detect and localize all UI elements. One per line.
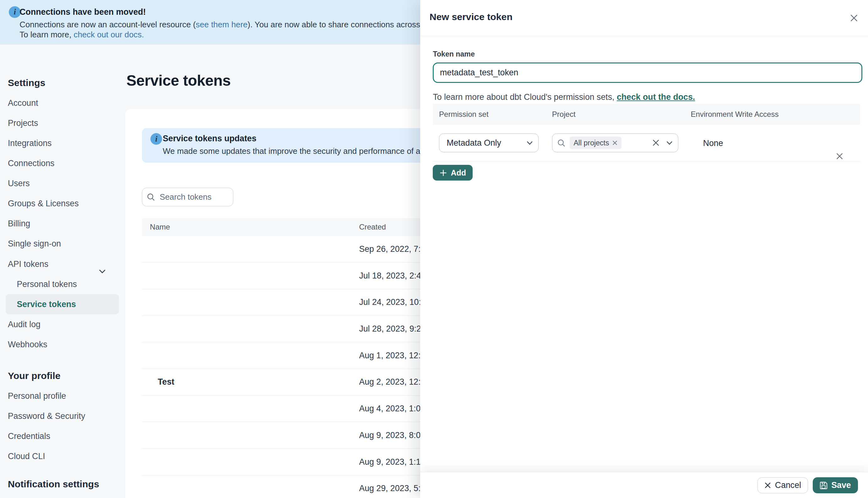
sidebar-heading-settings: Settings — [0, 73, 125, 93]
sidebar-heading-notification-settings: Notification settings — [0, 474, 125, 494]
column-header-name: Name — [142, 223, 359, 232]
environment-write-access-value: None — [703, 139, 723, 148]
cancel-button[interactable]: Cancel — [758, 477, 808, 494]
save-button[interactable]: Save — [813, 477, 858, 494]
permission-set-select[interactable]: Metadata Only — [439, 133, 539, 153]
all-projects-chip: All projects — [570, 136, 621, 149]
remove-chip-icon[interactable] — [613, 140, 617, 145]
banner-text: Connections are now an account-level res… — [19, 20, 196, 29]
search-icon — [147, 193, 155, 201]
project-multiselect[interactable]: All projects — [552, 133, 679, 153]
sidebar-item-groups-licenses[interactable]: Groups & Licenses — [0, 194, 125, 213]
clear-selection-icon[interactable] — [652, 139, 659, 146]
plus-icon — [440, 169, 447, 176]
sidebar-item-personal-tokens[interactable]: Personal tokens — [0, 274, 125, 294]
sidebar-item-integrations[interactable]: Integrations — [0, 133, 125, 153]
token-name-input[interactable] — [433, 63, 862, 82]
chevron-down-icon — [666, 141, 673, 145]
sidebar-item-webhooks[interactable]: Webhooks — [0, 335, 125, 354]
panel-footer: Cancel Save — [420, 472, 868, 498]
sidebar-item-single-sign-on[interactable]: Single sign-on — [0, 234, 125, 254]
permissions-table: Permission set Project Environment Write… — [433, 104, 860, 161]
banner-body-line2: To learn more, check out our docs. — [19, 30, 144, 39]
cancel-button-label: Cancel — [775, 481, 801, 490]
banner-title: Connections have been moved! — [19, 7, 146, 17]
check-out-docs-link[interactable]: check out the docs. — [617, 92, 695, 102]
save-button-label: Save — [831, 481, 851, 490]
sidebar-item-billing[interactable]: Billing — [0, 213, 125, 234]
sidebar-item-credentials[interactable]: Credentials — [0, 426, 125, 446]
permissions-table-header: Permission set Project Environment Write… — [433, 104, 860, 124]
permission-docs-line: To learn more about dbt Cloud's permissi… — [433, 92, 695, 102]
info-icon: i — [9, 6, 21, 18]
remove-row-icon[interactable] — [834, 151, 844, 161]
permission-set-value: Metadata Only — [447, 138, 501, 148]
column-header-environment-write-access: Environment Write Access — [691, 110, 860, 119]
token-name-label: Token name — [433, 50, 474, 58]
docs-line-text: To learn more about dbt Cloud's permissi… — [433, 92, 616, 102]
save-disk-icon — [820, 481, 828, 489]
sidebar-item-users[interactable]: Users — [0, 173, 125, 194]
panel-header: New service token — [420, 0, 868, 36]
sidebar-item-audit-log[interactable]: Audit log — [0, 314, 125, 335]
sidebar-item-connections[interactable]: Connections — [0, 153, 125, 173]
add-button-label: Add — [451, 168, 466, 178]
sidebar-item-cloud-cli[interactable]: Cloud CLI — [0, 446, 125, 466]
search-icon — [557, 139, 565, 147]
chevron-down-icon — [527, 141, 533, 145]
sidebar-item-projects[interactable]: Projects — [0, 113, 125, 133]
info-icon: i — [150, 133, 162, 145]
token-name-cell: Test — [150, 377, 174, 386]
column-header-permission-set: Permission set — [433, 110, 552, 119]
add-permission-button[interactable]: Add — [433, 165, 473, 181]
sidebar-item-personal-profile[interactable]: Personal profile — [0, 386, 125, 406]
page-title: Service tokens — [127, 71, 231, 89]
see-them-here-link[interactable]: see them here — [196, 20, 248, 29]
notice-title: Service tokens updates — [163, 134, 256, 144]
check-docs-link[interactable]: check out our docs. — [74, 30, 144, 39]
new-service-token-panel: New service token Token name To learn mo… — [420, 0, 868, 498]
sidebar-heading-your-profile: Your profile — [0, 366, 125, 386]
search-tokens-input[interactable] — [159, 192, 228, 202]
app-viewport: i Connections have been moved! Connectio… — [0, 0, 868, 498]
settings-sidebar: Settings Account Projects Integrations C… — [0, 44, 125, 498]
sidebar-item-password-security[interactable]: Password & Security — [0, 406, 125, 426]
column-header-project: Project — [552, 110, 691, 119]
sidebar-item-account[interactable]: Account — [0, 93, 125, 113]
panel-title: New service token — [430, 12, 513, 22]
search-tokens-box[interactable] — [142, 188, 233, 206]
sidebar-item-label: API tokens — [8, 259, 48, 269]
permission-row: Metadata Only All projects — [433, 124, 860, 161]
close-icon[interactable] — [847, 11, 861, 25]
close-icon — [764, 482, 771, 488]
sidebar-item-service-tokens[interactable]: Service tokens — [6, 294, 119, 314]
sidebar-item-api-tokens[interactable]: API tokens — [0, 254, 125, 274]
banner-text: To learn more, — [19, 30, 74, 39]
chip-label: All projects — [574, 139, 609, 147]
